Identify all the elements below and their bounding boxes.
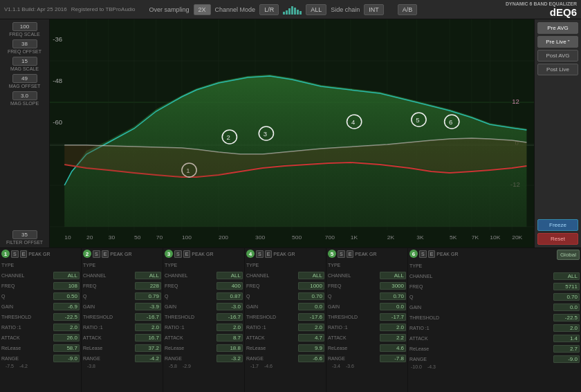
band-6-threshold[interactable]: -22.5	[553, 314, 580, 321]
band-2: 2 S E PEAK GR TYPE CHANNELALL FREQ228 Q0…	[82, 248, 163, 392]
oversampling-label: Over sampling	[149, 6, 190, 13]
band-2-range[interactable]: -4.2	[135, 355, 161, 362]
band-6-gain[interactable]: 0.0	[553, 304, 580, 311]
band-4-s-btn[interactable]: S	[256, 250, 264, 258]
band-3-range[interactable]: -3.2	[216, 355, 243, 362]
band-1-release[interactable]: 58.7	[53, 344, 80, 352]
band-2-s-btn[interactable]: S	[93, 250, 100, 258]
band-4-attack[interactable]: 4.7	[298, 334, 324, 342]
ab-btn[interactable]: A/B	[398, 4, 418, 15]
all-btn[interactable]: ALL	[306, 4, 326, 15]
band-1-channel[interactable]: ALL	[53, 272, 80, 279]
band-1-threshold[interactable]: -22.5	[53, 313, 80, 321]
band-6-q[interactable]: 0.70	[553, 293, 580, 301]
band-2-q[interactable]: 0.79	[135, 292, 161, 300]
band-6-range[interactable]: -9.0	[553, 355, 580, 363]
band-5-range[interactable]: -7.8	[380, 355, 406, 362]
band-3-gain[interactable]: -3.0	[216, 303, 243, 310]
band-4-e-btn[interactable]: E	[265, 250, 273, 258]
band-6-s-btn[interactable]: S	[419, 250, 427, 258]
band-1-ratio[interactable]: 2.0	[53, 324, 80, 331]
pre-avg-btn[interactable]: Pre AVG	[537, 22, 578, 34]
q-label: Q	[1, 294, 37, 299]
left-controls: 100 FREQ SCALE 38 FREQ OFFSET 15 MAG SCA…	[0, 19, 50, 248]
band-5-freq[interactable]: 3000	[380, 282, 406, 290]
mag-scale-btn[interactable]: 15	[12, 57, 37, 66]
band-4-channel[interactable]: ALL	[298, 272, 324, 279]
band-4-threshold[interactable]: -17.6	[298, 313, 324, 321]
reset-btn[interactable]: Reset	[537, 233, 578, 245]
band-3-q[interactable]: 0.87	[216, 292, 243, 300]
band-1-range[interactable]: -9.0	[53, 355, 80, 362]
band-3-ratio[interactable]: 2.0	[216, 324, 243, 331]
band-4-range[interactable]: -6.6	[298, 355, 324, 362]
band-1-freq[interactable]: 108	[53, 282, 80, 290]
band-3-e-btn[interactable]: E	[183, 250, 191, 258]
mag-offset-btn[interactable]: 49	[12, 74, 37, 83]
band-5-channel[interactable]: ALL	[380, 272, 406, 279]
band-1-s-btn[interactable]: S	[11, 250, 19, 258]
global-btn[interactable]: Global	[557, 250, 580, 260]
freq-offset-label: FREQ OFFSET	[8, 49, 42, 54]
band-2-release[interactable]: 37.2	[135, 344, 161, 352]
sidechain-btn[interactable]: INT	[364, 4, 384, 15]
band-2-channel[interactable]: ALL	[135, 272, 161, 279]
band-2-e-btn[interactable]: E	[102, 250, 109, 258]
mag-scale-group: 15 MAG SCALE	[3, 57, 46, 71]
band-5-gain[interactable]: 0.0	[380, 303, 406, 310]
svg-text:12: 12	[512, 98, 519, 105]
band-1-attack[interactable]: 26.0	[53, 334, 80, 342]
band-3-freq[interactable]: 400	[216, 282, 243, 290]
band-3-channel[interactable]: ALL	[216, 272, 243, 279]
band-6-freq[interactable]: 5711	[553, 283, 580, 290]
band-1-ratio-row: RATIO :1 2.0	[1, 322, 80, 332]
svg-text:3K: 3K	[416, 234, 424, 241]
band-3-threshold[interactable]: -16.7	[216, 313, 243, 321]
band-6-channel[interactable]: ALL	[553, 272, 580, 280]
band-6-release[interactable]: 2.7	[553, 345, 580, 353]
eq-svg: -36 -48 -60 12 0 -12 10 20 30 50 70 100 …	[50, 19, 534, 248]
band-5-s-btn[interactable]: S	[338, 250, 345, 258]
band-2-freq[interactable]: 228	[135, 282, 161, 290]
band-1-e-btn[interactable]: E	[20, 250, 28, 258]
band-6-attack[interactable]: 1.4	[553, 335, 580, 342]
band-5-release[interactable]: 4.6	[380, 344, 406, 352]
pre-live-btn[interactable]: Pre Live "	[537, 36, 578, 48]
band-1-range-row: RANGE -9.0	[1, 353, 80, 363]
band-6-e-btn[interactable]: E	[428, 250, 436, 258]
band-2-threshold[interactable]: -16.7	[135, 313, 161, 321]
band-3-s-btn[interactable]: S	[174, 250, 182, 258]
post-live-btn[interactable]: Post Live	[537, 64, 578, 75]
band-5-ratio[interactable]: 2.0	[380, 324, 406, 331]
freeze-btn[interactable]: Freeze	[537, 219, 578, 231]
band-1-gain[interactable]: -6.9	[53, 303, 80, 310]
band-4-q[interactable]: 0.70	[298, 292, 324, 300]
band-4-freq[interactable]: 1000	[298, 282, 324, 290]
freq-scale-btn[interactable]: 100	[12, 22, 37, 31]
band-2-ratio[interactable]: 2.0	[135, 324, 161, 331]
mag-offset-group: 49 MAG OFFSET	[3, 74, 46, 88]
band-5-q[interactable]: 0.70	[380, 292, 406, 300]
svg-text:10: 10	[64, 234, 71, 241]
band-3-release[interactable]: 18.8	[216, 344, 243, 352]
band-1-attack-row: ATTACK 26.0	[1, 333, 80, 342]
band-1-channel-row: CHANNEL ALL	[1, 270, 80, 280]
oversample-btn[interactable]: 2X	[194, 4, 211, 15]
band-2-attack[interactable]: 16.7	[135, 334, 161, 342]
band-1-q[interactable]: 0.50	[53, 292, 80, 300]
mag-slope-btn[interactable]: 3.0	[12, 91, 37, 100]
post-avg-btn[interactable]: Post AVG	[537, 50, 578, 62]
band-4-release[interactable]: 9.9	[298, 344, 324, 352]
lr-btn[interactable]: L/R	[259, 4, 279, 15]
band-3-attack[interactable]: 8.7	[216, 334, 243, 342]
band-4-ratio[interactable]: 2.0	[298, 324, 324, 331]
band-2-gain[interactable]: -3.9	[135, 303, 161, 310]
band-5-attack[interactable]: 2.2	[380, 334, 406, 342]
band-4-gain[interactable]: 0.0	[298, 303, 324, 310]
band-6-ratio[interactable]: 2.0	[553, 324, 580, 332]
filter-offset-btn[interactable]: 35	[12, 230, 37, 239]
top-bar: V1.1.1 Build: Apr 25 2016 Registered to …	[0, 0, 581, 19]
band-5-e-btn[interactable]: E	[347, 250, 354, 258]
freq-offset-btn[interactable]: 38	[12, 39, 37, 48]
band-5-threshold[interactable]: -17.7	[380, 313, 406, 321]
